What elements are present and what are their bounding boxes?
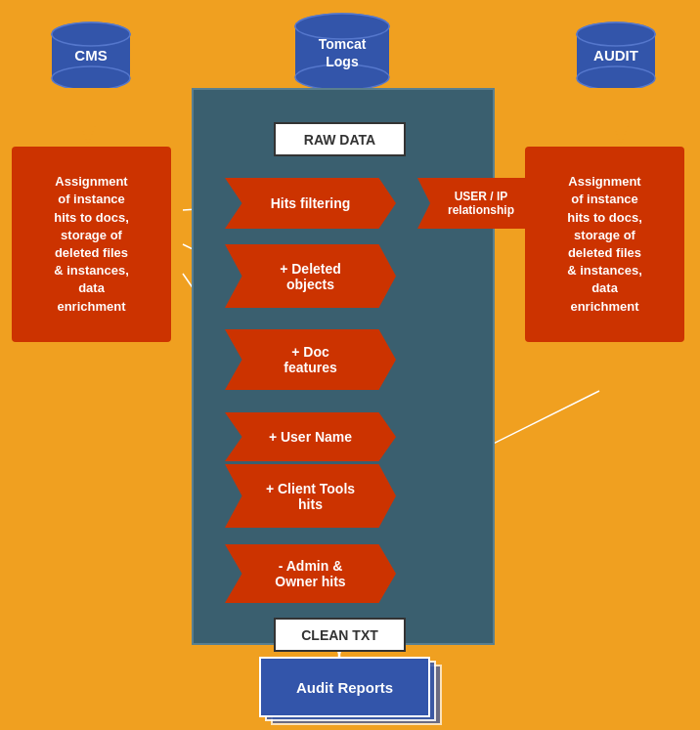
user-name-box: + User Name [225,412,396,461]
cms-database: CMS [47,20,135,88]
audit-database: AUDIT [572,20,660,88]
svg-text:Logs: Logs [326,54,359,69]
svg-point-23 [52,22,130,46]
svg-point-34 [577,22,655,46]
client-tools-box: + Client Toolshits [225,464,396,528]
svg-text:AUDIT: AUDIT [593,47,638,64]
raw-data-box: RAW DATA [274,122,406,156]
deleted-objects-box: + Deletedobjects [225,244,396,308]
svg-point-33 [577,66,655,88]
right-info-box: Assignment of instance hits to docs, sto… [525,147,684,342]
svg-text:Tomcat: Tomcat [319,36,367,52]
svg-text:CMS: CMS [74,47,107,64]
tomcat-database: Tomcat Logs [288,12,396,90]
left-info-box: Assignment of instance hits to docs, sto… [12,147,171,342]
svg-point-22 [52,66,130,88]
clean-txt-box: CLEAN TXT [274,618,406,652]
audit-reports-box: Audit Reports [259,657,430,717]
hits-filtering-box: Hits filtering [225,178,396,229]
admin-owner-box: - Admin &Owner hits [225,544,396,603]
doc-features-box: + Docfeatures [225,329,396,390]
